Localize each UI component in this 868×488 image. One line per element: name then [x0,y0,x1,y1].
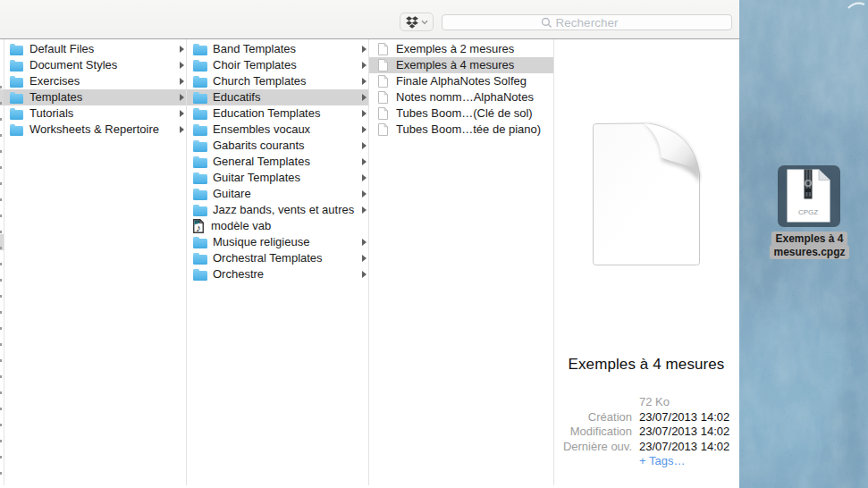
svg-text:♪: ♪ [196,222,201,232]
svg-text:CPGZ: CPGZ [798,208,818,216]
